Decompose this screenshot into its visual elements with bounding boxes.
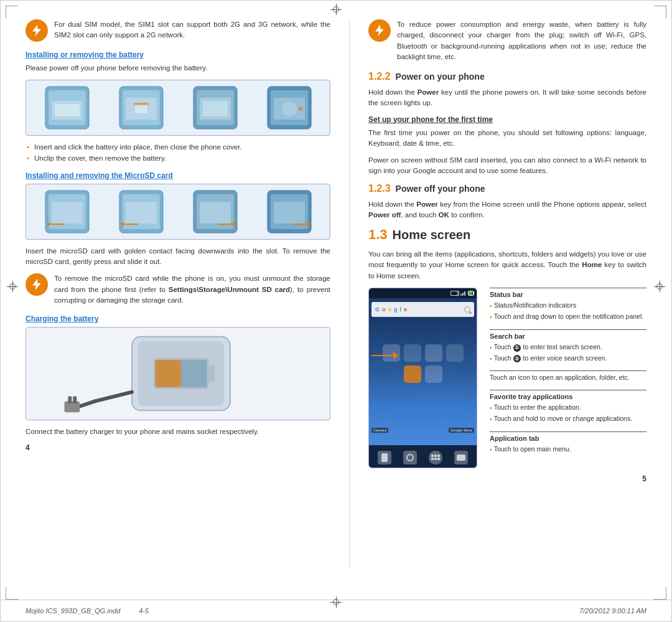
crosshair-bottom-icon	[330, 596, 342, 608]
svg-rect-11	[203, 101, 228, 116]
power-tip-icon	[368, 19, 391, 42]
svg-rect-45	[68, 397, 72, 404]
phone-google-bar: G o o g l e	[371, 302, 474, 317]
footer-time: 9:00:11 AM	[612, 607, 646, 615]
battery-install-images	[26, 80, 330, 136]
battery-bullet-1: Insert and click the battery into place,…	[26, 142, 330, 153]
status-bar-bullet-2: Touch and drag down to open the notifica…	[494, 312, 644, 321]
svg-rect-7	[134, 103, 149, 105]
section-1-2-2-num: 1.2.2	[368, 71, 391, 82]
section-1-2-3-title: Power off your phone	[396, 184, 485, 194]
crosshair-right-icon	[654, 281, 665, 294]
sim-tip-text: For dual SIM model, the SIM1 slot can su…	[54, 19, 330, 42]
svg-rect-44	[64, 401, 80, 412]
setup-text-2: Power on screen without SIM card inserte…	[368, 155, 646, 177]
app-tab-annotation: Application tab • Touch to open main men…	[490, 431, 646, 455]
status-bar-label: Status bar	[490, 291, 523, 298]
favorite-tray-annotation: Favorite tray applications • Touch to en…	[490, 390, 646, 424]
left-column: For dual SIM model, the SIM1 slot can su…	[26, 19, 330, 568]
phone-tray	[369, 445, 477, 468]
search-bar-annotation: Search bar • Touch ① to enter text searc…	[490, 329, 646, 364]
phone-screen-box: G o o g l e	[368, 288, 477, 468]
microsd-img-3	[190, 189, 240, 234]
search-bar-bullet-1: Touch ① to enter text search screen.	[494, 342, 602, 352]
page-num-left: 4	[26, 443, 30, 452]
phone-store-label: Google Store	[449, 428, 474, 433]
svg-rect-16	[299, 107, 302, 111]
section-1-2-3-heading: 1.2.3 Power off your phone	[368, 183, 646, 194]
page-container: For dual SIM model, the SIM1 slot can su…	[0, 0, 672, 622]
crosshair-top-icon	[330, 4, 342, 15]
app-tab-bullet-1: Touch to open main menu.	[494, 445, 571, 454]
app-tab-label: Application tab	[490, 435, 539, 442]
phone-status-bar	[369, 288, 477, 298]
phone-screenshot-area: G o o g l e	[368, 288, 646, 468]
section-1-3-title: Home screen	[393, 228, 471, 242]
section-1-3-intro: You can bring all the items (application…	[368, 249, 646, 281]
footer-right: 7/20/2012 9:00:11 AM	[579, 607, 646, 615]
favorite-tray-label: Favorite tray applications	[490, 393, 572, 400]
crosshair-left-icon	[7, 281, 18, 294]
svg-line-42	[95, 392, 132, 402]
footer-left: Mojito ICS_993D_GB_QG.indd 4-5	[26, 607, 149, 615]
footer-pages: 4-5	[139, 607, 149, 615]
battery-phone-img-3	[190, 85, 240, 130]
column-divider	[349, 19, 350, 568]
battery-phone-img-2	[116, 85, 166, 130]
microsd-img-2	[116, 189, 166, 234]
svg-rect-46	[73, 397, 77, 404]
search-bar-label: Search bar	[490, 332, 525, 340]
microsd-img-1	[42, 189, 92, 234]
phone-camera-label: Camera	[371, 428, 388, 433]
power-tip-box: To reduce power consumption and energy w…	[368, 19, 646, 62]
installing-battery-link[interactable]: Installing or removing the battery	[26, 50, 330, 59]
microsd-link[interactable]: Installing and removing the MicroSD card	[26, 171, 330, 180]
sim-tip-icon	[26, 19, 48, 42]
svg-rect-19	[52, 202, 83, 224]
power-tip-text: To reduce power consumption and energy w…	[397, 19, 646, 62]
battery-phone-img-1	[42, 85, 92, 130]
microsd-description: Insert the microSD card with golden cont…	[26, 246, 330, 268]
section-1-3-num: 1.3	[368, 227, 388, 243]
phone-home-area: Camera Google Store	[369, 321, 477, 445]
section-1-2-2-title: Power on your phone	[396, 72, 485, 82]
microsd-img-4	[264, 189, 314, 234]
setup-text-1: The first time you power on the phone, y…	[368, 128, 646, 149]
phone-screen-inner: G o o g l e	[369, 288, 477, 468]
search-bar-bullet-2: Touch ② to enter voice search screen.	[494, 354, 607, 363]
charging-description: Connect the battery charger to your phon…	[26, 426, 330, 437]
microsd-tip-text: To remove the microSD card while the pho…	[54, 273, 330, 306]
svg-rect-29	[200, 202, 231, 224]
section-1-2-2-heading: 1.2.2 Power on your phone	[368, 71, 646, 82]
section-1-2-2-text: Hold down the Power key until the phone …	[368, 87, 646, 109]
battery-bullet-2: Unclip the cover, then remove the batter…	[26, 153, 330, 164]
svg-rect-34	[274, 202, 305, 224]
status-bar-annotation: Status bar • Status/Notification indicat…	[490, 288, 646, 322]
charging-image	[26, 327, 330, 420]
charging-phone-svg	[26, 327, 330, 420]
right-column: To reduce power consumption and energy w…	[368, 19, 646, 568]
battery-bullets: Insert and click the battery into place,…	[26, 142, 330, 164]
footer-file: Mojito ICS_993D_GB_QG.indd	[26, 607, 120, 615]
open-app-annotation: Touch an icon to open an application, fo…	[490, 370, 646, 382]
footer-date: 7/20/2012	[579, 607, 610, 615]
svg-rect-40	[208, 365, 215, 382]
setup-first-time-link[interactable]: Set up your phone for the first time	[368, 115, 646, 124]
sim-tip-box: For dual SIM model, the SIM1 slot can su…	[26, 19, 330, 42]
content-area: For dual SIM model, the SIM1 slot can su…	[1, 1, 671, 600]
section-1-3-heading: 1.3 Home screen	[368, 227, 646, 243]
svg-rect-47	[155, 360, 180, 387]
battery-intro-text: Please power off your phone before remov…	[26, 63, 330, 73]
svg-rect-24	[126, 202, 157, 224]
charging-battery-link[interactable]: Charging the battery	[26, 314, 330, 323]
open-app-text: Touch an icon to open an application, fo…	[490, 374, 630, 381]
microsd-tip-box: To remove the microSD card while the pho…	[26, 273, 330, 306]
status-bar-bullet-1: Status/Notification indicators	[494, 301, 576, 310]
svg-rect-3	[55, 104, 80, 116]
section-1-2-3-text: Hold down the Power key from the Home sc…	[368, 199, 646, 221]
favorite-tray-bullet-1: Touch to enter the application.	[494, 403, 581, 412]
microsd-tip-icon	[26, 273, 48, 296]
microsd-images	[26, 184, 330, 240]
phone-annotations: Status bar • Status/Notification indicat…	[490, 288, 646, 468]
battery-phone-img-4	[264, 85, 314, 130]
